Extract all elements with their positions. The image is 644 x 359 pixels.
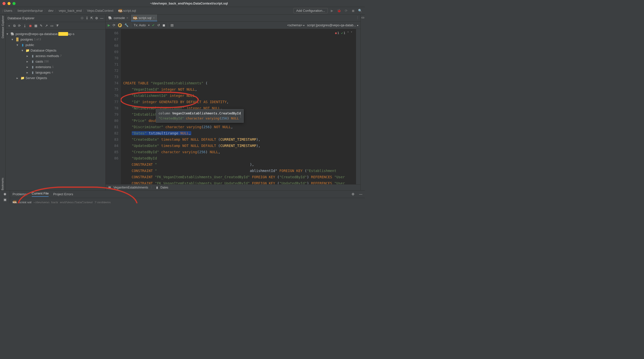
rerun-icon[interactable]: ⟳: [343, 8, 349, 14]
chevron-down-icon[interactable]: ▾: [12, 38, 15, 41]
chevron-down-icon[interactable]: ▾: [148, 24, 149, 27]
console-icon[interactable]: ▭: [50, 24, 53, 28]
up-nav-icon[interactable]: ˄: [347, 30, 349, 36]
close-tab-icon[interactable]: ×: [126, 16, 128, 20]
bc-column[interactable]: Dates: [160, 186, 168, 189]
crumb[interactable]: dev: [48, 9, 54, 13]
schema-node[interactable]: public: [26, 43, 34, 47]
collapse-icon[interactable]: ⇱: [90, 16, 93, 20]
run-icon[interactable]: ▶: [329, 8, 335, 14]
table-icon[interactable]: ▦: [34, 24, 37, 28]
problems-panel: ◉ ▣ ⇲ » Problems: Current File Project E…: [0, 190, 365, 203]
window-controls: [3, 2, 16, 5]
folder-icon: ▮: [31, 71, 35, 74]
minimize-window-icon[interactable]: [8, 2, 11, 5]
database-explorer-tool[interactable]: Database Explorer: [1, 16, 4, 38]
folder-icon: ▮: [31, 60, 35, 63]
editor-tabs: 🐘 console × SQL script.sql × ⋮: [106, 15, 360, 22]
download-icon[interactable]: ⭳: [23, 24, 27, 28]
db-objects-node[interactable]: Database Objects: [31, 49, 56, 52]
copy-icon[interactable]: ⧉: [13, 24, 16, 28]
right-tool-strip: ▭: [360, 15, 365, 190]
sql-file-icon: SQL: [119, 9, 122, 13]
refresh-icon[interactable]: ⟳: [18, 24, 21, 28]
stop-icon[interactable]: ◼: [350, 8, 356, 14]
edit-icon[interactable]: ✎: [40, 24, 43, 28]
folder-icon: ▮: [31, 65, 35, 69]
history-icon[interactable]: ⟳: [113, 23, 115, 27]
chevron-right-icon[interactable]: ▸: [27, 71, 30, 74]
pending-icon[interactable]: P: [118, 23, 122, 27]
eye-icon[interactable]: ◉: [4, 192, 6, 196]
tab-current-file[interactable]: Current File: [32, 192, 49, 197]
search-icon[interactable]: 🔍: [357, 8, 363, 14]
crumb[interactable]: Users: [4, 9, 12, 13]
folder-icon: ▮: [31, 54, 35, 58]
close-window-icon[interactable]: [3, 2, 6, 5]
rollback-icon[interactable]: ↺: [157, 23, 160, 27]
down-nav-icon[interactable]: ˅: [351, 30, 352, 36]
database-icon: ▉: [16, 38, 20, 41]
notifications-icon[interactable]: ▭: [361, 16, 364, 19]
tab-script-sql[interactable]: SQL script.sql ×: [131, 15, 157, 21]
database-node[interactable]: postgres: [21, 38, 33, 41]
commit-icon[interactable]: ✔: [152, 23, 155, 27]
minimize-panel-icon[interactable]: —: [100, 16, 103, 20]
crumb[interactable]: Vepo.DataContext: [87, 9, 113, 13]
folder-icon: 📁: [21, 76, 25, 80]
tree-item[interactable]: access methods: [36, 54, 59, 58]
tab-console[interactable]: 🐘 console ×: [106, 15, 131, 21]
chevron-right-icon[interactable]: ▸: [17, 76, 20, 80]
tab-menu-icon[interactable]: ⋮: [355, 15, 360, 20]
chevron-right-icon[interactable]: ▸: [27, 65, 30, 69]
chevron-down-icon[interactable]: ▾: [7, 32, 10, 36]
chevron-right-icon[interactable]: ▸: [27, 60, 30, 63]
connection-node[interactable]: postgres@vepo-qa-database. ap-s: [16, 32, 74, 36]
wrench-icon[interactable]: 🔧: [124, 23, 128, 27]
sql-file-icon: SQL: [133, 16, 137, 20]
crumb[interactable]: vepo_back_end: [59, 9, 82, 13]
execute-icon[interactable]: ▶: [108, 23, 110, 27]
chevron-down-icon[interactable]: ▾: [22, 49, 25, 52]
crumb[interactable]: script.sql: [123, 9, 136, 13]
gear-icon[interactable]: ⚙: [352, 192, 355, 196]
close-tab-icon[interactable]: ×: [153, 16, 155, 20]
tree-item[interactable]: languages: [36, 71, 51, 74]
hover-tooltip: column VeganItemEstablishments.CreatedBy…: [156, 109, 244, 123]
tab-project-errors[interactable]: Project Errors: [53, 192, 73, 196]
layout-icon[interactable]: ▣: [4, 198, 7, 202]
ok-indicator[interactable]: 1: [341, 30, 345, 36]
error-indicator[interactable]: 1: [335, 30, 339, 36]
tooltip-menu-icon[interactable]: ⋮: [239, 113, 242, 118]
zoom-window-icon[interactable]: [13, 2, 16, 5]
debug-icon[interactable]: 🐞: [336, 8, 342, 14]
tree-item[interactable]: casts: [36, 60, 43, 63]
table-icon: ▦: [108, 186, 111, 189]
stop-sync-icon[interactable]: ◼: [29, 24, 32, 28]
schema-selector[interactable]: <schema> ▾: [287, 23, 304, 27]
tree-item[interactable]: extensions: [36, 65, 51, 69]
problems-label: Problems:: [13, 192, 27, 196]
add-icon[interactable]: ＋: [8, 24, 11, 28]
gear-icon[interactable]: ⚙: [95, 16, 98, 20]
stop-icon[interactable]: ◼: [163, 23, 165, 27]
bookmarks-tool[interactable]: Bookmarks: [1, 178, 4, 190]
run-query-icon[interactable]: ↗: [45, 24, 48, 28]
filter-icon[interactable]: ⧩: [56, 24, 59, 28]
find-usages-icon[interactable]: ☉: [81, 16, 84, 20]
bc-table[interactable]: VeganItemEstablishments: [113, 186, 148, 189]
expand-down-icon[interactable]: ↧: [86, 16, 88, 20]
chevron-down-icon[interactable]: ▾: [17, 43, 20, 47]
datasource-selector[interactable]: script [postgres@vepo-qa-datab... ▾: [307, 23, 358, 27]
window-title: ~/dev/vepo_back_end/Vepo.DataContext/scr…: [16, 2, 362, 5]
add-configuration-button[interactable]: Add Configuration...: [293, 8, 328, 13]
server-objects-node[interactable]: Server Objects: [26, 76, 47, 80]
structure-icon[interactable]: ▤: [171, 23, 174, 27]
right-marker-bar[interactable]: [356, 29, 360, 184]
chevron-right-icon[interactable]: ▸: [27, 54, 30, 58]
minimize-icon[interactable]: —: [359, 192, 362, 196]
tx-mode[interactable]: Tx: Auto: [134, 23, 146, 27]
crumb[interactable]: benjaminfarquhar: [18, 9, 43, 13]
problems-file[interactable]: script.sql: [19, 201, 31, 204]
code-editor[interactable]: 1 1 ˄ ˅ CREATE TABLE "VeganItemEstablish…: [121, 29, 356, 184]
